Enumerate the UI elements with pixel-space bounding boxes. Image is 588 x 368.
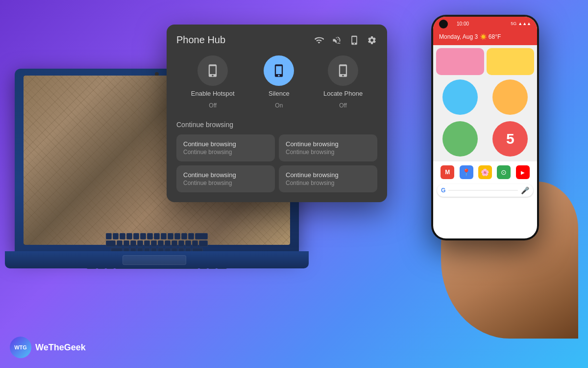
- phone-circle-row-1: [436, 78, 534, 117]
- orange-circle-wrapper: [487, 78, 535, 117]
- browsing-url-2: Continue browsing: [286, 149, 370, 156]
- locate-button[interactable]: Locate Phone Off: [323, 55, 363, 109]
- phone-top-blocks: [436, 48, 534, 75]
- wtg-icon-text: WTG: [14, 344, 27, 350]
- continue-section-label: Continue browsing: [176, 121, 377, 129]
- browsing-url-1: Continue browsing: [183, 149, 268, 156]
- maps-icon[interactable]: 📍: [460, 165, 473, 179]
- phone-screen: 10:00 5G ▲▲▲ Monday, Aug 3 ☀️ 68°F: [433, 17, 537, 238]
- google-mic-icon: 🎤: [521, 186, 529, 194]
- silence-button[interactable]: Silence On: [264, 55, 294, 109]
- photos-icon[interactable]: 🌸: [478, 165, 492, 179]
- brand-name: WeTheGeek: [35, 342, 86, 353]
- locate-status: Off: [339, 102, 347, 109]
- wtg-icon: WTG: [10, 337, 31, 358]
- phone-number-display: 5: [506, 131, 514, 147]
- blue-circle-wrapper: [436, 78, 484, 117]
- search-input-visual: [448, 190, 518, 191]
- quick-actions: Enable Hotspot Off Silence On Locate Pho…: [176, 55, 377, 109]
- google-g-logo: G: [441, 187, 445, 194]
- silence-label: Silence: [269, 90, 290, 98]
- hotspot-button[interactable]: Enable Hotspot Off: [191, 55, 235, 109]
- phone-date-widget: Monday, Aug 3 ☀️ 68°F: [433, 30, 537, 45]
- youtube-icon[interactable]: ▶: [516, 165, 530, 179]
- signal-bars: ▲▲▲: [518, 21, 531, 26]
- phone-device: 10:00 5G ▲▲▲ Monday, Aug 3 ☀️ 68°F: [431, 15, 539, 240]
- google-search-bar[interactable]: G 🎤: [437, 184, 533, 197]
- hotspot-label: Enable Hotspot: [191, 90, 235, 98]
- browsing-item-3[interactable]: Continue browsing Continue browsing: [176, 165, 275, 192]
- browsing-item-2[interactable]: Continue browsing Continue browsing: [279, 134, 377, 161]
- settings-icon[interactable]: [367, 35, 377, 46]
- gmail-icon[interactable]: M: [441, 165, 454, 179]
- phone-container: 10:00 5G ▲▲▲ Monday, Aug 3 ☀️ 68°F: [421, 15, 559, 309]
- browsing-title-4: Continue browsing: [286, 171, 370, 179]
- hotspot-icon-circle: [197, 55, 228, 86]
- silence-status: On: [275, 102, 283, 109]
- phone-icon[interactable]: [349, 35, 360, 46]
- green-circle-wrapper: [436, 119, 484, 158]
- phone-camera-notch: [439, 20, 448, 28]
- yellow-block: [487, 48, 535, 75]
- locate-label: Locate Phone: [323, 90, 363, 98]
- phone-date: Monday, Aug 3: [439, 33, 478, 40]
- browsing-title-2: Continue browsing: [286, 140, 370, 148]
- red-circle-wrapper: 5: [487, 119, 535, 158]
- browsing-grid: Continue browsing Continue browsing Cont…: [176, 134, 377, 192]
- hotspot-status: Off: [209, 102, 217, 109]
- browsing-item-1[interactable]: Continue browsing Continue browsing: [176, 134, 275, 161]
- mute-icon[interactable]: [331, 35, 342, 46]
- chrome-icon[interactable]: ⊙: [497, 165, 511, 179]
- phone-circle-row-2: 5: [436, 119, 534, 158]
- browsing-url-3: Continue browsing: [183, 180, 268, 186]
- phone-hub-panel: Phone Hub: [167, 25, 387, 202]
- browsing-item-4[interactable]: Continue browsing Continue browsing: [279, 165, 377, 192]
- phone-content-area: 5: [433, 45, 537, 161]
- pink-block: [436, 48, 484, 75]
- orange-circle: [492, 79, 528, 115]
- silence-icon-circle: [264, 55, 294, 86]
- phone-hub-header: Phone Hub: [176, 34, 377, 46]
- phone-weather: ☀️ 68°F: [480, 33, 501, 40]
- green-circle: [442, 121, 478, 157]
- brand-logo: WTG WeTheGeek: [10, 337, 86, 358]
- wifi-icon[interactable]: [314, 35, 324, 46]
- browsing-title-1: Continue browsing: [183, 140, 268, 148]
- red-circle: 5: [492, 121, 528, 157]
- locate-icon-circle: [328, 55, 358, 86]
- laptop-trackpad: [122, 255, 186, 265]
- blue-circle: [442, 79, 478, 115]
- hub-icon-row: [314, 35, 377, 46]
- phone-time: 10:00: [457, 21, 469, 26]
- signal-text: 5G: [511, 21, 516, 26]
- phone-hub-title: Phone Hub: [176, 34, 225, 46]
- app-dock: M 📍 🌸 ⊙ ▶: [433, 162, 537, 182]
- phone-status-bar: 10:00 5G ▲▲▲: [433, 17, 537, 30]
- browsing-url-4: Continue browsing: [286, 180, 370, 186]
- phone-signal: 5G ▲▲▲: [511, 21, 531, 26]
- browsing-title-3: Continue browsing: [183, 171, 268, 179]
